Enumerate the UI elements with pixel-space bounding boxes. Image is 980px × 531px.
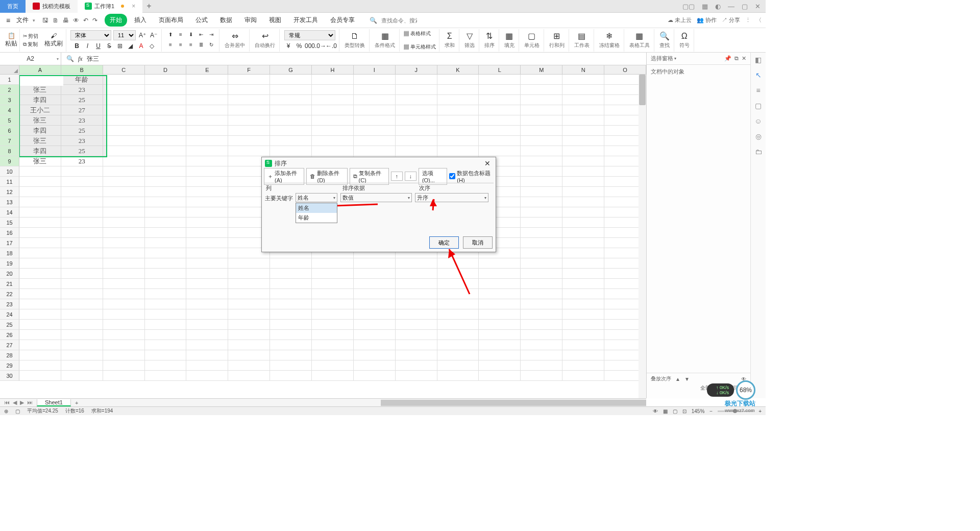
fx-icon[interactable]: fx: [78, 55, 83, 63]
cell[interactable]: [312, 279, 354, 289]
cell[interactable]: 23: [61, 156, 103, 166]
merge-center-button[interactable]: ⇔合并居中: [220, 29, 250, 52]
menu-devtools[interactable]: 开发工具: [288, 14, 323, 27]
cell[interactable]: [19, 340, 61, 350]
cell[interactable]: [61, 248, 103, 258]
cell[interactable]: [521, 146, 562, 156]
add-condition-button[interactable]: ＋添加条件(A): [264, 168, 304, 185]
dropdown-option-name[interactable]: 姓名: [296, 203, 337, 213]
column-header[interactable]: O: [604, 65, 646, 75]
cell[interactable]: [312, 320, 354, 330]
zoom-out-icon[interactable]: −: [709, 408, 713, 414]
cell[interactable]: [103, 95, 145, 105]
column-header[interactable]: A: [19, 65, 61, 75]
cell[interactable]: [312, 289, 354, 299]
cell[interactable]: [270, 371, 312, 381]
increase-font-icon[interactable]: A⁺: [138, 31, 147, 40]
cell[interactable]: [270, 309, 312, 320]
cell[interactable]: [103, 115, 145, 126]
cell[interactable]: [186, 299, 228, 309]
cell[interactable]: [145, 350, 187, 360]
cell[interactable]: [19, 320, 61, 330]
cell[interactable]: [562, 85, 604, 95]
cell[interactable]: [396, 146, 437, 156]
row-header[interactable]: 19: [0, 258, 19, 269]
cell[interactable]: [103, 218, 145, 228]
cell[interactable]: [312, 136, 354, 146]
horizontal-scrollbar[interactable]: [381, 399, 646, 406]
move-up-button[interactable]: ↑: [391, 172, 403, 181]
cell[interactable]: [562, 207, 604, 218]
cell[interactable]: 23: [61, 85, 103, 95]
cell[interactable]: [396, 279, 437, 289]
font-size-select[interactable]: 11: [113, 30, 136, 40]
cell[interactable]: [19, 330, 61, 340]
cell[interactable]: [103, 360, 145, 371]
cell[interactable]: [479, 258, 521, 269]
cell[interactable]: [354, 360, 396, 371]
cell[interactable]: [61, 289, 103, 299]
cell[interactable]: [270, 299, 312, 309]
cell[interactable]: [354, 340, 396, 350]
cell[interactable]: [396, 340, 437, 350]
cell[interactable]: [521, 360, 562, 371]
send-backward-icon[interactable]: ▼: [684, 376, 690, 382]
cell[interactable]: [19, 228, 61, 238]
row-header[interactable]: 6: [0, 126, 19, 136]
cut-button[interactable]: ✂ 剪切: [23, 33, 38, 40]
cell[interactable]: [437, 258, 479, 269]
underline-icon[interactable]: U: [94, 41, 103, 51]
cell[interactable]: 25: [61, 126, 103, 136]
cell[interactable]: [145, 146, 187, 156]
sidebar-select-icon[interactable]: ↖: [755, 71, 762, 79]
cell[interactable]: [186, 166, 228, 177]
cell[interactable]: [145, 85, 187, 95]
cell[interactable]: [354, 258, 396, 269]
cell[interactable]: [521, 258, 562, 269]
cell[interactable]: [562, 177, 604, 187]
cell[interactable]: [103, 258, 145, 269]
cell[interactable]: [186, 350, 228, 360]
cell[interactable]: 27: [61, 105, 103, 115]
row-header[interactable]: 23: [0, 299, 19, 309]
cell[interactable]: [437, 95, 479, 105]
cell[interactable]: [562, 371, 604, 381]
cell[interactable]: [19, 218, 61, 228]
cell[interactable]: [521, 238, 562, 248]
cell[interactable]: [521, 340, 562, 350]
align-bottom-icon[interactable]: ⬇: [186, 30, 195, 39]
cell[interactable]: [270, 258, 312, 269]
column-header[interactable]: N: [562, 65, 604, 75]
cell[interactable]: [437, 115, 479, 126]
cell[interactable]: [186, 95, 228, 105]
cell[interactable]: [228, 105, 270, 115]
cell[interactable]: [521, 330, 562, 340]
align-left-icon[interactable]: ≡: [166, 40, 175, 50]
cell[interactable]: [145, 320, 187, 330]
cell[interactable]: [354, 269, 396, 279]
cell[interactable]: [562, 75, 604, 85]
redo-icon[interactable]: ↷: [92, 17, 97, 24]
cell[interactable]: [228, 115, 270, 126]
cell[interactable]: [145, 340, 187, 350]
close-panel-icon[interactable]: ✕: [742, 55, 746, 62]
freeze-button[interactable]: ❄冻结窗格: [595, 29, 624, 52]
cell[interactable]: [270, 269, 312, 279]
cell[interactable]: [19, 238, 61, 248]
cell[interactable]: [354, 330, 396, 340]
cell[interactable]: [312, 371, 354, 381]
cell[interactable]: [103, 85, 145, 95]
cell[interactable]: [354, 136, 396, 146]
print-preview-icon[interactable]: 👁: [73, 17, 79, 24]
cell[interactable]: [479, 340, 521, 350]
cell[interactable]: [479, 136, 521, 146]
sheet-tab-1[interactable]: Sheet1: [37, 399, 71, 406]
cell[interactable]: [103, 238, 145, 248]
cell[interactable]: [145, 187, 187, 197]
cell[interactable]: [228, 360, 270, 371]
cell[interactable]: [61, 299, 103, 309]
sidebar-chat-icon[interactable]: ☺: [754, 117, 762, 125]
cell[interactable]: [312, 95, 354, 105]
cell[interactable]: [312, 340, 354, 350]
cell[interactable]: [103, 136, 145, 146]
